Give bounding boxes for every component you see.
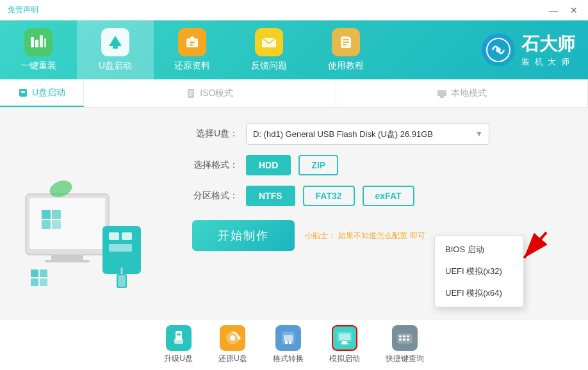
svg-rect-44 — [40, 269, 47, 277]
toolbar-icon-upgrade — [166, 325, 192, 351]
svg-rect-33 — [42, 220, 51, 229]
svg-rect-57 — [285, 341, 288, 344]
svg-rect-29 — [51, 255, 83, 260]
svg-rect-46 — [40, 278, 47, 286]
svg-rect-60 — [339, 334, 350, 340]
svg-rect-19 — [21, 91, 25, 93]
minimize-button[interactable]: — — [544, 3, 562, 17]
dropdown-item-uefi64[interactable]: UEFI 模拟(x64) — [435, 282, 523, 304]
svg-point-17 — [496, 47, 501, 52]
title-bar-links: 免责声明 — [8, 4, 38, 15]
svg-rect-62 — [341, 343, 348, 344]
toolbar-item-upgrade[interactable]: 升级U盘 — [164, 325, 193, 364]
svg-rect-3 — [44, 38, 46, 47]
usb-illustration — [19, 175, 160, 303]
svg-marker-7 — [188, 36, 196, 40]
svg-rect-64 — [399, 335, 402, 337]
toolbar-item-simulate[interactable]: 模拟启动 — [329, 325, 360, 364]
svg-rect-58 — [289, 341, 291, 344]
svg-rect-37 — [122, 232, 132, 240]
toolbar-label-shortcut: 快捷键查询 — [386, 353, 424, 364]
toolbar-label-restore: 还原U盘 — [218, 353, 247, 364]
nav-item-feedback[interactable]: 反馈问题 — [231, 20, 307, 79]
partition-btn-ntfs[interactable]: NTFS — [246, 186, 295, 206]
svg-rect-67 — [399, 339, 402, 341]
toolbar-label-convert: 格式转换 — [273, 353, 304, 364]
disclaimer-link[interactable]: 免责声明 — [8, 4, 38, 15]
svg-rect-32 — [52, 210, 61, 219]
tip-suffix: 即可 — [410, 230, 425, 241]
tab-iso[interactable]: ISO模式 — [84, 79, 336, 107]
format-select-row: 选择格式： HDD ZIP — [192, 155, 562, 175]
tip-text: 如果不知道怎么配置 — [338, 230, 407, 241]
tab-iso-label: ISO模式 — [200, 88, 233, 99]
svg-rect-2 — [40, 35, 43, 47]
tab-u-boot[interactable]: U盘启动 — [0, 79, 84, 107]
partition-btn-fat32[interactable]: FAT32 — [303, 186, 355, 206]
svg-rect-36 — [109, 232, 119, 240]
svg-rect-56 — [284, 335, 293, 341]
top-nav: 一键重装 U盘启动 还原资料 反馈问题 — [0, 20, 588, 79]
red-arrow — [505, 226, 550, 277]
svg-rect-38 — [109, 244, 132, 252]
partition-btn-exfat[interactable]: exFAT — [363, 186, 414, 206]
svg-rect-69 — [407, 339, 409, 341]
svg-line-48 — [524, 232, 546, 258]
nav-item-u-boot[interactable]: U盘启动 — [77, 20, 154, 79]
logo-area: 石大师 装 机 大 师 — [482, 32, 575, 68]
usb-select-row: 选择U盘： D: (hd1) General USB Flash Disk (U… — [192, 123, 562, 145]
format-btn-hdd[interactable]: HDD — [246, 155, 291, 175]
close-button[interactable]: ✕ — [565, 3, 583, 17]
logo-text: 石大师 装 机 大 师 — [521, 32, 575, 68]
svg-rect-66 — [407, 335, 409, 337]
nav-icon-u-boot — [101, 28, 129, 56]
toolbar-label-simulate: 模拟启动 — [329, 353, 360, 364]
tab-local[interactable]: 本地模式 — [336, 79, 588, 107]
toolbar-item-restore[interactable]: 还原U盘 — [218, 325, 247, 364]
toolbar-icon-restore — [220, 325, 245, 351]
svg-rect-50 — [174, 339, 183, 344]
logo-icon — [482, 33, 515, 67]
usb-select[interactable]: D: (hd1) General USB Flash Disk (U盘) 26.… — [246, 123, 489, 145]
toolbar-icon-shortcut — [392, 325, 418, 351]
toolbar-item-convert[interactable]: 格式转换 — [273, 325, 304, 364]
svg-rect-61 — [342, 341, 347, 343]
svg-rect-34 — [52, 220, 61, 229]
usb-select-wrapper: D: (hd1) General USB Flash Disk (U盘) 26.… — [246, 123, 489, 145]
bottom-toolbar: 升级U盘 还原U盘 格式转换 — [0, 319, 588, 370]
svg-rect-40 — [118, 275, 126, 287]
svg-rect-51 — [177, 334, 181, 335]
svg-rect-43 — [31, 269, 38, 277]
svg-rect-12 — [343, 39, 349, 40]
svg-rect-1 — [35, 40, 38, 47]
svg-point-53 — [230, 335, 235, 341]
partition-select-row: 分区格式： NTFS FAT32 exFAT — [192, 186, 562, 206]
nav-icon-feedback — [255, 28, 283, 56]
format-label: 选择格式： — [192, 159, 238, 171]
svg-rect-5 — [113, 46, 118, 49]
title-bar-controls: — ✕ — [544, 3, 583, 17]
main-content: 选择U盘： D: (hd1) General USB Flash Disk (U… — [0, 108, 588, 370]
svg-rect-24 — [437, 90, 446, 96]
nav-item-one-click[interactable]: 一键重装 — [0, 20, 77, 79]
svg-rect-0 — [31, 37, 34, 47]
nav-label-tutorial: 使用教程 — [328, 60, 364, 72]
nav-icon-restore — [178, 28, 206, 56]
nav-label-u-boot: U盘启动 — [99, 60, 132, 72]
svg-rect-30 — [45, 260, 90, 262]
nav-item-restore[interactable]: 还原资料 — [154, 20, 231, 79]
svg-marker-4 — [109, 36, 122, 46]
nav-icon-tutorial — [332, 28, 360, 56]
start-button[interactable]: 开始制作 — [192, 220, 295, 251]
usb-label: 选择U盘： — [192, 128, 238, 140]
tab-bar: U盘启动 ISO模式 本地模式 — [0, 79, 588, 108]
nav-item-tutorial[interactable]: 使用教程 — [307, 20, 384, 79]
toolbar-icon-simulate — [332, 325, 357, 351]
logo-subtitle: 装 机 大 师 — [521, 56, 571, 68]
svg-rect-8 — [190, 42, 195, 43]
toolbar-item-shortcut[interactable]: 快捷键查询 — [386, 325, 424, 364]
svg-rect-65 — [403, 335, 405, 337]
svg-rect-13 — [343, 42, 349, 43]
tip-prefix: 小贴士： — [305, 230, 336, 241]
format-btn-zip[interactable]: ZIP — [298, 155, 338, 175]
